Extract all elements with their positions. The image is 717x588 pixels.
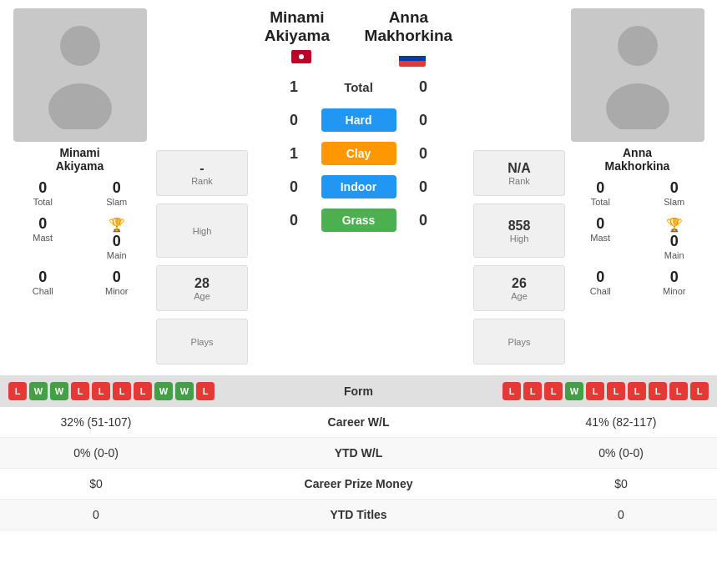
- stat-slam-left: 0 Slam: [81, 176, 154, 210]
- stat-total-left: 0 Total: [7, 176, 79, 210]
- player-right: AnnaMakhorkina 0 Total 0 Slam 0 Mast 🏆: [564, 8, 710, 299]
- form-badge-l: L: [196, 382, 215, 400]
- score-row-clay: 1 Clay 0: [284, 142, 434, 165]
- avatar-right: [571, 8, 704, 142]
- panel-age-right: 26 Age: [473, 265, 565, 311]
- svg-point-2: [618, 26, 658, 66]
- stat-mast-left: 0 Mast: [7, 212, 79, 264]
- form-badge-l: L: [669, 382, 688, 400]
- form-badge-w: W: [154, 382, 173, 400]
- panel-rank-left: - Rank: [156, 150, 248, 196]
- score-row-grass: 0 Grass 0: [284, 209, 434, 232]
- row-career-wl: 32% (51-107) Career W/L 41% (82-117): [0, 407, 717, 438]
- form-badge-w: W: [175, 382, 194, 400]
- row-prize: $0 Career Prize Money $0: [0, 469, 717, 500]
- form-badges-left: LWWLLLLWWL: [8, 382, 215, 400]
- panel-rank-right: N/A Rank: [473, 150, 565, 196]
- form-badge-l: L: [502, 382, 521, 400]
- form-badge-l: L: [544, 382, 563, 400]
- player-name-right: AnnaMakhorkina: [605, 146, 670, 173]
- form-badge-l: L: [649, 382, 667, 400]
- panel-age-left: 28 Age: [156, 265, 248, 311]
- svg-point-3: [606, 83, 669, 129]
- svg-point-1: [48, 83, 112, 129]
- player-left: MinamiAkiyama 0 Total 0 Slam 0 Mast 🏆: [7, 8, 153, 299]
- form-badge-l: L: [690, 382, 709, 400]
- stat-total-right: 0 Total: [564, 176, 637, 210]
- form-badge-l: L: [8, 382, 27, 400]
- avatar-left: [13, 8, 147, 142]
- center-scores: MinamiAkiyama AnnaMakhorkina: [247, 8, 470, 237]
- player-name-left: MinamiAkiyama: [56, 146, 104, 173]
- row-ytd-wl: 0% (0-0) YTD W/L 0% (0-0): [0, 438, 717, 469]
- main-container: MinamiAkiyama 0 Total 0 Slam 0 Mast 🏆: [0, 0, 717, 530]
- right-panels: N/A Rank 858 High 26 Age Plays: [473, 150, 561, 369]
- row-ytd-titles: 0 YTD Titles 0: [0, 500, 717, 530]
- score-row-hard: 0 Hard 0: [284, 108, 434, 132]
- form-badge-l: L: [71, 382, 89, 400]
- svg-point-0: [60, 26, 100, 66]
- left-panels: - Rank High 28 Age Plays: [156, 150, 244, 369]
- form-badge-l: L: [628, 382, 646, 400]
- name-top-left: MinamiAkiyama: [265, 8, 330, 45]
- form-badge-l: L: [607, 382, 625, 400]
- form-badge-l: L: [113, 382, 131, 400]
- form-badge-l: L: [523, 382, 542, 400]
- stat-slam-right: 0 Slam: [639, 176, 711, 210]
- form-badge-w: W: [565, 382, 583, 400]
- stats-rows: 32% (51-107) Career W/L 41% (82-117) 0% …: [0, 407, 717, 530]
- score-row-total: 1 Total 0: [284, 75, 434, 98]
- stat-chall-right: 0 Chall: [564, 265, 637, 299]
- stat-minor-left: 0 Minor: [81, 265, 154, 299]
- flag-right: [399, 50, 426, 67]
- form-label: Form: [344, 384, 373, 398]
- stat-main-left: 🏆 0 Main: [81, 212, 154, 264]
- score-row-indoor: 0 Indoor 0: [284, 175, 434, 199]
- stat-chall-left: 0 Chall: [7, 265, 79, 299]
- form-badge-l: L: [92, 382, 110, 400]
- form-badge-w: W: [29, 382, 48, 400]
- panel-plays-right: Plays: [473, 319, 565, 364]
- form-badge-w: W: [50, 382, 68, 400]
- stat-main-right: 🏆 0 Main: [639, 212, 711, 264]
- form-section: LWWLLLLWWL Form LLLWLLLLLL: [0, 375, 717, 407]
- panel-plays-left: Plays: [156, 319, 248, 364]
- panel-high-left: High: [156, 204, 248, 258]
- form-badge-l: L: [586, 382, 604, 400]
- panel-high-right: 858 High: [473, 204, 565, 258]
- name-top-right: AnnaMakhorkina: [365, 8, 453, 45]
- form-badge-l: L: [134, 382, 152, 400]
- stat-mast-right: 0 Mast: [564, 212, 637, 264]
- flag-left: [291, 50, 311, 63]
- form-badges-right: LLLWLLLLLL: [502, 382, 709, 400]
- stat-minor-right: 0 Minor: [639, 265, 711, 299]
